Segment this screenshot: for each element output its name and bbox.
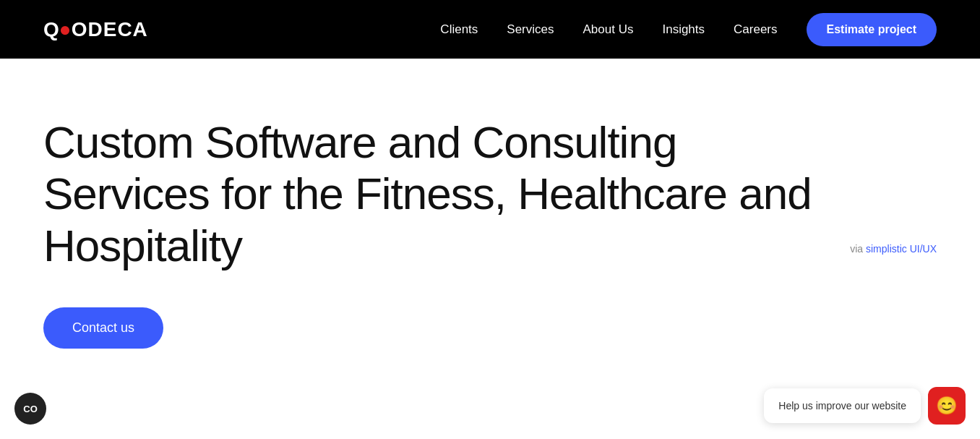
chat-widget: Help us improve our website 😊 xyxy=(764,387,966,425)
logo-text: ODECA xyxy=(72,18,148,41)
nav-careers[interactable]: Careers xyxy=(734,22,777,37)
contact-us-button[interactable]: Contact us xyxy=(43,307,163,349)
main-nav: Clients Services About Us Insights Caree… xyxy=(440,13,937,46)
nav-insights[interactable]: Insights xyxy=(662,22,705,37)
hero-section: Custom Software and Consulting Services … xyxy=(0,59,980,439)
logo-q: Q xyxy=(43,18,59,41)
logo[interactable]: Q●ODECA xyxy=(43,18,148,41)
site-header: Q●ODECA Clients Services About Us Insigh… xyxy=(0,0,980,59)
hero-title: Custom Software and Consulting Services … xyxy=(43,116,824,271)
chat-bot-button[interactable]: 😊 xyxy=(928,387,966,425)
via-attribution: via simplistic UI/UX xyxy=(850,243,937,255)
via-prefix: via xyxy=(850,243,866,255)
chat-message-bubble: Help us improve our website xyxy=(764,388,921,423)
estimate-project-button[interactable]: Estimate project xyxy=(807,13,937,46)
user-avatar[interactable]: CO xyxy=(14,393,46,425)
via-link[interactable]: simplistic UI/UX xyxy=(866,243,937,255)
nav-about[interactable]: About Us xyxy=(583,22,634,37)
nav-services[interactable]: Services xyxy=(507,22,554,37)
logo-dot: ● xyxy=(59,18,72,41)
chat-bot-icon: 😊 xyxy=(936,396,958,416)
nav-clients[interactable]: Clients xyxy=(440,22,478,37)
